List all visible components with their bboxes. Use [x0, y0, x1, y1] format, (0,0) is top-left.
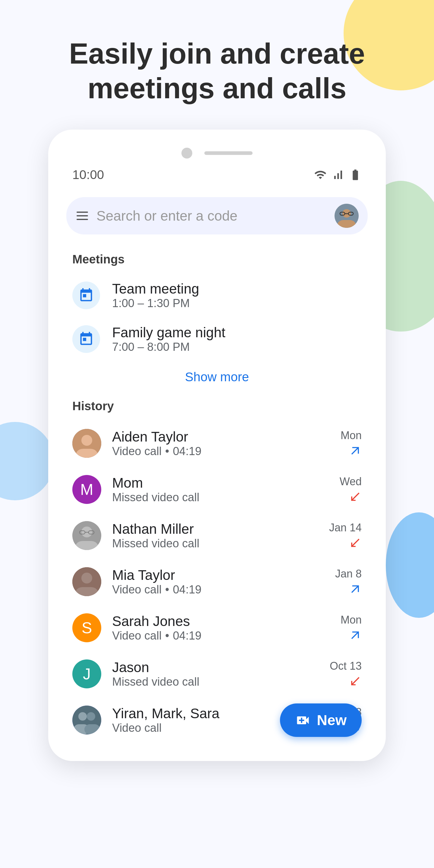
meeting-item[interactable]: Team meeting 1:00 – 1:30 PM	[48, 273, 386, 317]
missed-call-icon	[348, 536, 362, 550]
phone-frame: 10:00 Search or enter a code	[48, 130, 386, 761]
contact-status: Missed video call	[112, 491, 329, 504]
contact-status: Video call • 04:19	[112, 583, 324, 596]
meeting-item[interactable]: Family game night 7:00 – 8:00 PM	[48, 317, 386, 361]
contact-avatar-jason: J	[72, 659, 101, 688]
contact-name: Yiran, Mark, Sara	[112, 706, 219, 721]
contact-status: Missed video call	[112, 675, 319, 688]
contact-info: Mom Missed video call	[112, 475, 329, 504]
svg-point-7	[82, 435, 92, 446]
page-title: Easily join and create meetings and call…	[0, 0, 434, 130]
wifi-icon	[314, 168, 327, 181]
meeting-calendar-icon	[72, 325, 100, 353]
history-date: Jan 8	[335, 567, 362, 580]
contact-status: Video call • 04:19	[112, 445, 330, 458]
contact-info: Nathan Miller Missed video call	[112, 521, 318, 550]
history-item[interactable]: Mia Taylor Video call • 04:19 Jan 8	[48, 558, 386, 604]
contact-info: Aiden Taylor Video call • 04:19	[112, 429, 330, 458]
new-meeting-button[interactable]: New	[280, 704, 362, 737]
new-button-label: New	[317, 712, 347, 728]
bg-shape-blue2	[386, 513, 434, 618]
history-meta: Mon	[341, 429, 362, 458]
svg-point-16	[82, 572, 92, 584]
search-bar[interactable]: Search or enter a code	[66, 197, 368, 235]
bg-shape-blue	[0, 422, 54, 500]
meeting-info: Team meeting 1:00 – 1:30 PM	[112, 281, 199, 310]
phone-top	[48, 142, 386, 167]
outgoing-call-icon	[348, 629, 362, 642]
contact-name: Jason	[112, 659, 149, 675]
history-date: Jan 14	[329, 521, 362, 534]
missed-call-icon	[348, 675, 362, 688]
contact-name: Aiden Taylor	[112, 429, 188, 444]
contact-avatar-sarah: S	[72, 613, 101, 642]
svg-point-19	[79, 712, 87, 721]
video-plus-icon	[295, 712, 311, 728]
history-date: Mon	[341, 614, 362, 626]
contact-name: Nathan Miller	[112, 521, 194, 537]
history-meta: Wed	[340, 475, 362, 504]
user-avatar-image	[335, 204, 359, 228]
svg-rect-2	[338, 220, 355, 228]
meeting-name: Family game night	[112, 324, 225, 341]
history-item[interactable]: Nathan Miller Missed video call Jan 14	[48, 513, 386, 558]
contact-info: Mia Taylor Video call • 04:19	[112, 567, 324, 596]
search-placeholder: Search or enter a code	[96, 208, 327, 224]
svg-rect-8	[76, 449, 98, 458]
contact-info: Jason Missed video call	[112, 659, 319, 688]
history-meta: Jan 8	[335, 567, 362, 596]
history-item[interactable]: Aiden Taylor Video call • 04:19 Mon	[48, 420, 386, 466]
battery-icon	[349, 168, 362, 181]
contact-avatar-mom: M	[72, 475, 101, 504]
contact-avatar-aiden	[72, 429, 101, 458]
phone-camera	[181, 148, 192, 158]
status-icons	[314, 168, 362, 181]
phone-speaker	[204, 151, 253, 155]
history-item[interactable]: S Sarah Jones Video call • 04:19 Mon	[48, 604, 386, 651]
contact-status: Video call • 04:19	[112, 629, 330, 642]
status-time: 10:00	[72, 167, 104, 182]
missed-call-icon	[348, 490, 362, 504]
contact-avatar-nathan	[72, 521, 101, 550]
history-date: Oct 13	[330, 660, 362, 673]
svg-point-21	[87, 712, 95, 721]
meetings-section-label: Meetings	[48, 247, 386, 273]
history-section-label: History	[48, 393, 386, 420]
svg-rect-11	[75, 541, 98, 550]
contact-avatar-mia	[72, 567, 101, 596]
history-meta: Mon	[341, 614, 362, 642]
outgoing-call-icon	[348, 583, 362, 596]
history-item[interactable]: J Jason Missed video call Oct 13	[48, 651, 386, 697]
contact-info: Sarah Jones Video call • 04:19	[112, 613, 330, 642]
history-date: Mon	[341, 429, 362, 442]
status-bar: 10:00	[48, 167, 386, 191]
history-date: Wed	[340, 475, 362, 488]
svg-rect-22	[84, 724, 100, 735]
meeting-info: Family game night 7:00 – 8:00 PM	[112, 324, 225, 353]
contact-avatar-group	[72, 706, 101, 735]
show-more-button[interactable]: Show more	[48, 361, 386, 393]
contact-name: Mia Taylor	[112, 567, 175, 583]
history-meta: Jan 14	[329, 521, 362, 550]
meeting-time: 7:00 – 8:00 PM	[112, 341, 225, 353]
contact-name: Mom	[112, 475, 143, 491]
meeting-calendar-icon	[72, 281, 100, 309]
meeting-name: Team meeting	[112, 281, 199, 297]
contact-status: Missed video call	[112, 537, 318, 550]
user-avatar[interactable]	[335, 204, 359, 228]
meeting-time: 1:00 – 1:30 PM	[112, 297, 199, 310]
history-item[interactable]: M Mom Missed video call Wed	[48, 466, 386, 513]
svg-rect-17	[75, 587, 98, 596]
signal-icon	[332, 168, 344, 181]
contact-name: Sarah Jones	[112, 613, 190, 629]
history-meta: Oct 13	[330, 660, 362, 688]
menu-icon[interactable]	[75, 210, 89, 221]
outgoing-call-icon	[348, 444, 362, 458]
